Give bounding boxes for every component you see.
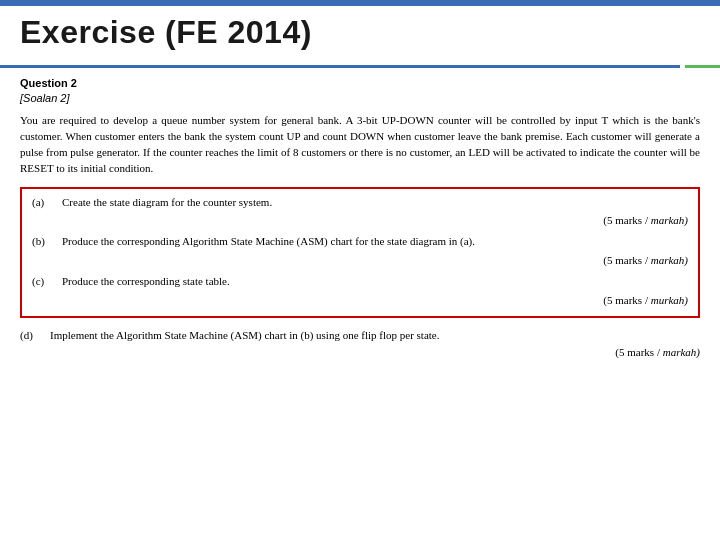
part-b-text: Produce the corresponding Algorithm Stat…: [62, 234, 688, 250]
question-malay: [Soalan 2]: [20, 92, 70, 104]
title-section: Exercise (FE 2014): [20, 14, 700, 51]
underline-blue: [0, 65, 680, 68]
parts-box: (a) Create the state diagram for the cou…: [20, 187, 700, 319]
part-b-item: (b) Produce the corresponding Algorithm …: [32, 234, 688, 250]
part-b-label: (b): [32, 234, 62, 250]
question-body: You are required to develop a queue numb…: [20, 113, 700, 177]
part-c-markah: murkah): [651, 294, 688, 306]
part-d-marks: (5 marks / markah): [20, 346, 700, 358]
part-c-label: (c): [32, 274, 62, 290]
part-a-marks: (5 marks / markah): [32, 214, 688, 226]
underline-green: [685, 65, 720, 68]
question-number: Question 2: [20, 77, 77, 89]
part-c-text: Produce the corresponding state table.: [62, 274, 688, 290]
part-d-label: (d): [20, 328, 50, 344]
part-d-text: Implement the Algorithm State Machine (A…: [50, 328, 700, 344]
part-c-marks: (5 marks / murkah): [32, 294, 688, 306]
part-c-item: (c) Produce the corresponding state tabl…: [32, 274, 688, 290]
part-a-item: (a) Create the state diagram for the cou…: [32, 195, 688, 211]
part-b-marks: (5 marks / markah): [32, 254, 688, 266]
part-a-markah: markah): [651, 214, 688, 226]
part-d-item: (d) Implement the Algorithm State Machin…: [20, 328, 700, 344]
part-b-markah: markah): [651, 254, 688, 266]
title-underline: [0, 65, 720, 68]
top-accent-bar: [0, 0, 720, 6]
part-d-markah: markah): [663, 346, 700, 358]
page-title: Exercise (FE 2014): [20, 14, 700, 51]
part-a-label: (a): [32, 195, 62, 211]
part-a-text: Create the state diagram for the counter…: [62, 195, 688, 211]
question-header: Question 2 [Soalan 2]: [20, 76, 700, 107]
content-area: Question 2 [Soalan 2] You are required t…: [20, 76, 700, 362]
page: Exercise (FE 2014) Question 2 [Soalan 2]…: [0, 0, 720, 540]
